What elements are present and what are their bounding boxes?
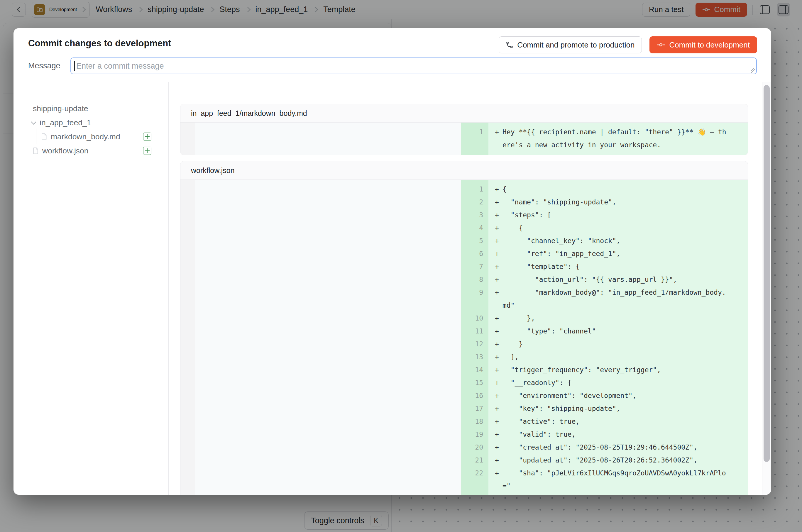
line-number: 22 [461,467,488,492]
code-text: }, [503,312,728,325]
diff-added-sign: + [488,126,503,151]
diff-added-sign: + [488,454,503,467]
line-number: 3 [461,209,488,222]
diff-line: 13+ ], [181,350,748,363]
diff-line: 7+ "template": { [181,260,748,273]
modal-actions: Commit and promote to production Commit … [499,36,757,53]
diff-line: 1+{ [181,183,748,196]
line-number: 23 [461,492,488,495]
line-number: 10 [461,312,488,325]
diff-line: 21+ "updated_at": "2025-08-26T20:26:52.3… [181,454,748,467]
diff-panel-workflow-json: workflow.json 1+{2+ "name": "shipping-up… [180,161,748,495]
code-text: "action_url": "{{ vars.app_url }}", [503,273,728,286]
line-number: 14 [461,363,488,376]
commit-icon [657,43,665,47]
diff-line: 16+ "environment": "development", [181,389,748,402]
code-text: "active": true, [503,415,728,428]
line-number: 4 [461,222,488,234]
file-icon [41,133,47,140]
code-text: { [503,222,728,234]
line-number: 5 [461,234,488,247]
tree-item-workflow-json[interactable]: workflow.json [14,144,168,158]
added-file-icon [143,147,151,155]
diff-added-sign: + [488,492,503,495]
line-number: 2 [461,196,488,209]
message-field-wrapper [70,57,757,74]
diff-added-sign: + [488,441,503,454]
diff-added-sign: + [488,222,503,234]
diff-line: 11+ "type": "channel" [181,325,748,338]
text-caret [74,61,75,71]
diff-added-sign: + [488,247,503,260]
diff-rows: 1+{2+ "name": "shipping-update",3+ "step… [181,180,748,495]
diff-line: 17+ "key": "shipping-update", [181,402,748,415]
tree-guide-line [36,129,36,144]
code-text: "template": { [503,260,728,273]
diff-line: 10+ }, [181,312,748,325]
modal-scrollbar-track[interactable] [762,82,771,495]
code-text: "created_at": "2025-08-25T19:29:46.64450… [503,441,728,454]
diff-line: 20+ "created_at": "2025-08-25T19:29:46.6… [181,441,748,454]
changed-files-tree: shipping-update in_app_feed_1 markdown_b… [14,82,169,495]
code-text: "ref": "in_app_feed_1", [503,247,728,260]
commit-message-input[interactable] [70,57,757,74]
code-text: "key": "shipping-update", [503,402,728,415]
line-number: 13 [461,350,488,363]
file-icon [33,147,39,154]
line-number: 16 [461,389,488,402]
added-file-icon [143,133,151,141]
diff-panel-markdown-body: in_app_feed_1/markdown_body.md 1+Hey **{… [180,104,748,155]
diff-added-sign: + [488,402,503,415]
line-number: 8 [461,273,488,286]
code-text: "__readonly": { [503,376,728,389]
diff-added-sign: + [488,196,503,209]
line-number: 21 [461,454,488,467]
diff-line: 22+ "sha": "pJeLVir6xIlUCMGqs9qroZoUAVDS… [181,467,748,492]
code-text: "valid": true, [503,428,728,441]
tree-item-markdown-body[interactable]: markdown_body.md [14,130,168,144]
diff-added-sign: + [488,234,503,247]
diff-added-sign: + [488,260,503,273]
commit-to-development-button[interactable]: Commit to development [650,36,757,53]
diff-added-sign: + [488,376,503,389]
code-text: "environment": "development", [503,389,728,402]
diff-added-sign: + [488,467,503,492]
diff-filename: in_app_feed_1/markdown_body.md [181,104,748,122]
code-text: "type": "channel" [503,325,728,338]
diff-added-sign: + [488,286,503,312]
diff-rows: 1+Hey **{{ recipient.name | default: "th… [181,122,748,155]
diff-line: 1+Hey **{{ recipient.name | default: "th… [181,126,748,151]
diff-added-sign: + [488,273,503,286]
diff-added-sign: + [488,325,503,338]
tree-item-workflow-root[interactable]: shipping-update [14,101,168,116]
commit-and-promote-button[interactable]: Commit and promote to production [499,36,642,53]
code-text: } [503,338,728,350]
line-number: 12 [461,338,488,350]
diff-line: 5+ "channel_key": "knock", [181,234,748,247]
diff-added-sign: + [488,428,503,441]
modal-title: Commit changes to development [28,38,171,49]
code-text: Hey **{{ recipient.name | default: "ther… [503,126,728,151]
diff-line: 23+ } [181,492,748,495]
diff-line: 2+ "name": "shipping-update", [181,196,748,209]
resize-grip-icon[interactable] [751,68,756,73]
tree-item-step-group[interactable]: in_app_feed_1 [14,116,168,130]
modal-scrollbar-thumb[interactable] [764,85,770,462]
screen: Development Workflows shipping-update St… [0,0,802,532]
code-text: } [503,492,728,495]
code-text: "steps": [ [503,209,728,222]
diff-line: 9+ "markdown_body@": "in_app_feed_1/mark… [181,286,748,312]
diff-added-sign: + [488,183,503,196]
line-number: 18 [461,415,488,428]
diff-added-sign: + [488,350,503,363]
chevron-down-icon [31,119,36,125]
diff-added-sign: + [488,363,503,376]
code-text: { [503,183,728,196]
diff-added-sign: + [488,209,503,222]
modal-body: shipping-update in_app_feed_1 markdown_b… [14,82,771,495]
diff-added-sign: + [488,389,503,402]
promote-branch-icon [506,41,513,49]
diff-line: 6+ "ref": "in_app_feed_1", [181,247,748,260]
diff-line: 8+ "action_url": "{{ vars.app_url }}", [181,273,748,286]
diff-added-sign: + [488,338,503,350]
